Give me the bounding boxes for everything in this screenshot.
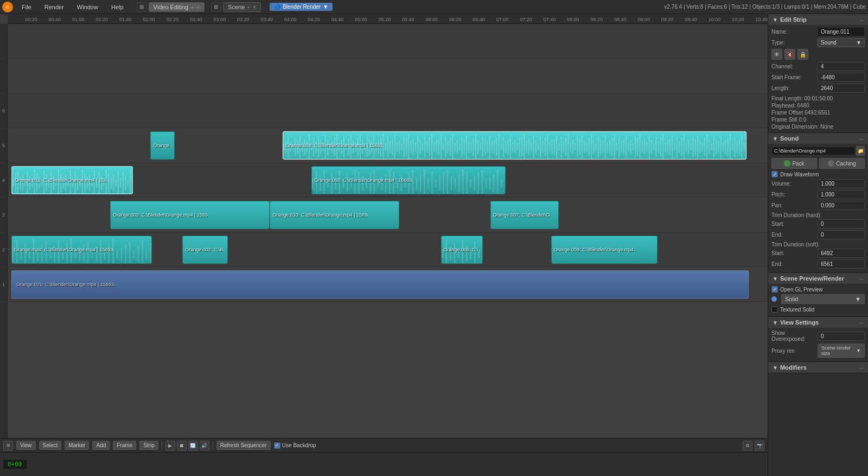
- svg-rect-282: [428, 178, 429, 188]
- svg-rect-330: [129, 242, 131, 264]
- seq-loop-btn[interactable]: 🔄: [188, 441, 198, 450]
- toolbar-strip[interactable]: Strip: [139, 441, 158, 450]
- strip-orange-003[interactable]: Orange.003: C:\Blender\Orange.mp4 | 1569: [110, 201, 270, 229]
- svg-rect-116: [547, 134, 548, 160]
- toolbar-marker[interactable]: Marker: [65, 441, 89, 450]
- toolbar-add[interactable]: Add: [92, 441, 110, 450]
- solid-dropdown-row: Solid ▼: [771, 294, 865, 304]
- pitch-value[interactable]: 1.000: [818, 190, 865, 199]
- trim-hard-end-value[interactable]: 0: [818, 230, 865, 239]
- solid-radio[interactable]: [771, 296, 777, 302]
- strip-icon-lock[interactable]: 🔒: [797, 49, 808, 60]
- strip-orange-mp4-label: Orange.mp4: C:\Blender\Orange.mp4 | 1569…: [14, 247, 113, 252]
- sequencer: 6 5 4 3 2 1 00:20 00:40 01:00 01:20 01:4…: [0, 14, 768, 476]
- panel-modifiers-header[interactable]: ▼ Modifiers —: [768, 362, 868, 373]
- svg-rect-51: [397, 142, 398, 151]
- strip-orange-004[interactable]: Orange.004: C:\Blender\Orange.mp4 | 1569…: [283, 131, 746, 160]
- panel-sound-header[interactable]: ▼ Sound —: [768, 133, 868, 144]
- timeline-area[interactable]: 00:20 00:40 01:00 01:20 01:40 02:00 02:2…: [8, 14, 768, 438]
- field-startframe-value[interactable]: -6480: [818, 73, 865, 82]
- trim-soft-start-value[interactable]: 6492: [818, 249, 865, 258]
- svg-rect-278: [412, 170, 413, 194]
- workspace-tab-video-editing-x[interactable]: ×: [196, 4, 200, 10]
- textured-solid-checkbox[interactable]: [771, 306, 778, 313]
- strip-icon-eye[interactable]: 👁: [771, 49, 782, 60]
- strip-orange-008[interactable]: Orange.008: C:\Blender\Orange.mp4 | 1569…: [311, 166, 505, 194]
- trim-hard-start-value[interactable]: 0: [818, 219, 865, 229]
- menu-help[interactable]: Help: [107, 3, 128, 11]
- toolbar-select[interactable]: Select: [39, 441, 62, 450]
- strip-orange-010[interactable]: Orange.010: C:\Blender\Orange.mp4 | 1569: [270, 201, 399, 229]
- solid-dropdown[interactable]: Solid ▼: [781, 294, 865, 304]
- menu-file[interactable]: File: [17, 3, 36, 11]
- menu-render[interactable]: Render: [40, 3, 68, 11]
- strip-orange-006[interactable]: Orange.006: C:\: [441, 236, 483, 264]
- field-length-value[interactable]: 2640: [818, 84, 865, 93]
- workspace-tab-video-editing-close[interactable]: +: [190, 4, 194, 10]
- seq-play-btn[interactable]: ▶: [165, 441, 175, 450]
- draw-waveform-checkbox[interactable]: ✓: [771, 171, 778, 177]
- seq-icon-r2[interactable]: 📷: [755, 441, 764, 450]
- field-name-value[interactable]: Orange.011: [818, 27, 865, 36]
- panel-view-settings-collapse[interactable]: —: [859, 320, 864, 325]
- panel-view-settings-header[interactable]: ▼ View Settings —: [768, 317, 868, 328]
- workspace-tab-scene[interactable]: Scene + ×: [223, 2, 261, 12]
- workspace-tabs: ⊞ Video Editing + × ⊞ Scene + ×: [137, 2, 261, 12]
- strip-orange-007[interactable]: Orange.007: C:\Blender\O: [490, 201, 559, 229]
- strip-orange-011[interactable]: Orange.011: C:\Blender\Orange.mp4 | 156: [11, 166, 133, 194]
- svg-rect-138: [598, 137, 599, 157]
- field-type-value[interactable]: Sound ▼: [818, 38, 865, 47]
- toolbar-view[interactable]: View: [16, 441, 36, 450]
- svg-rect-286: [443, 173, 444, 194]
- strip-orange-small[interactable]: Orange.: [150, 131, 175, 160]
- caching-btn[interactable]: Caching: [819, 158, 865, 169]
- strip-orange-mp4[interactable]: Orange.mp4: C:\Blender\Orange.mp4 | 1569…: [11, 236, 152, 264]
- svg-rect-168: [667, 140, 668, 154]
- path-input[interactable]: C:\Blender\Orange.mp4: [771, 147, 855, 155]
- seq-stop-btn[interactable]: ⏹: [177, 441, 187, 450]
- seq-icon-r1[interactable]: ⚙: [743, 441, 752, 450]
- strip-orange-001-scene[interactable]: Orange.001: C:\Blender\Orange.mp4 | 1569…: [11, 270, 749, 299]
- panel-edit-strip-collapse[interactable]: —: [859, 17, 864, 22]
- path-browse-btn[interactable]: 📁: [856, 146, 865, 156]
- pan-value[interactable]: 0.000: [818, 201, 865, 210]
- strip-icon-mute[interactable]: 🔇: [784, 49, 795, 60]
- seq-timeline[interactable]: 6 5 4 3 2 1 00:20 00:40 01:00 01:20 01:4…: [0, 14, 768, 438]
- channels-container[interactable]: Orange.: [8, 24, 768, 438]
- panel-view-settings: ▼ View Settings — Show Overexposed: 0 Pr…: [768, 317, 868, 362]
- panel-edit-strip-header[interactable]: ▼ Edit Strip —: [768, 14, 868, 25]
- workspace-tab-scene-x[interactable]: ×: [253, 4, 256, 10]
- panel-sound-collapse[interactable]: —: [859, 136, 864, 141]
- svg-rect-84: [473, 138, 474, 156]
- trim-hard-start-row: Start: 0: [771, 219, 865, 229]
- svg-rect-189: [716, 139, 717, 155]
- overexposed-value[interactable]: 0: [818, 332, 865, 341]
- toolbar-frame[interactable]: Frame: [113, 441, 136, 450]
- toolbar-refresh[interactable]: Refresh Sequencer: [216, 441, 271, 450]
- workspace-tab-scene-plus[interactable]: +: [247, 4, 250, 10]
- trim-soft-end-value[interactable]: 6561: [818, 259, 865, 269]
- svg-rect-142: [607, 142, 608, 151]
- menu-window[interactable]: Window: [73, 3, 103, 11]
- panel-scene-preview-header[interactable]: ▼ Scene Preview/Render —: [768, 273, 868, 284]
- svg-rect-257: [331, 173, 333, 194]
- renderer-label: Blender Render: [283, 4, 321, 10]
- panel-modifiers-collapse[interactable]: —: [859, 365, 864, 370]
- workspace-tab-video-editing[interactable]: Video Editing + ×: [149, 2, 205, 12]
- field-channel-value[interactable]: 4: [818, 62, 865, 71]
- opengl-checkbox[interactable]: ✓: [771, 286, 778, 293]
- svg-rect-335: [150, 243, 152, 264]
- svg-rect-67: [433, 142, 435, 151]
- renderer-dropdown[interactable]: 🔵 Blender Render ▼: [270, 3, 333, 11]
- seq-icon-left[interactable]: ⊞: [3, 441, 13, 450]
- seq-mute-btn[interactable]: 🔊: [200, 441, 209, 450]
- panel-scene-preview-collapse[interactable]: —: [859, 276, 864, 281]
- strip-orange-009[interactable]: Orange.009: C:\Blender\Orange.mp4.: [551, 236, 658, 264]
- strip-orange-002[interactable]: Orange.002: C:\B: [182, 236, 228, 264]
- proxy-dropdown[interactable]: Scene render size ▼: [818, 344, 865, 358]
- backdrop-checkbox[interactable]: ✓: [274, 442, 280, 449]
- channel-label-7: [0, 59, 7, 93]
- pack-btn[interactable]: Pack: [771, 158, 817, 169]
- volume-value[interactable]: 1.000: [818, 179, 865, 188]
- time-mark-0900: 09:00: [637, 17, 650, 22]
